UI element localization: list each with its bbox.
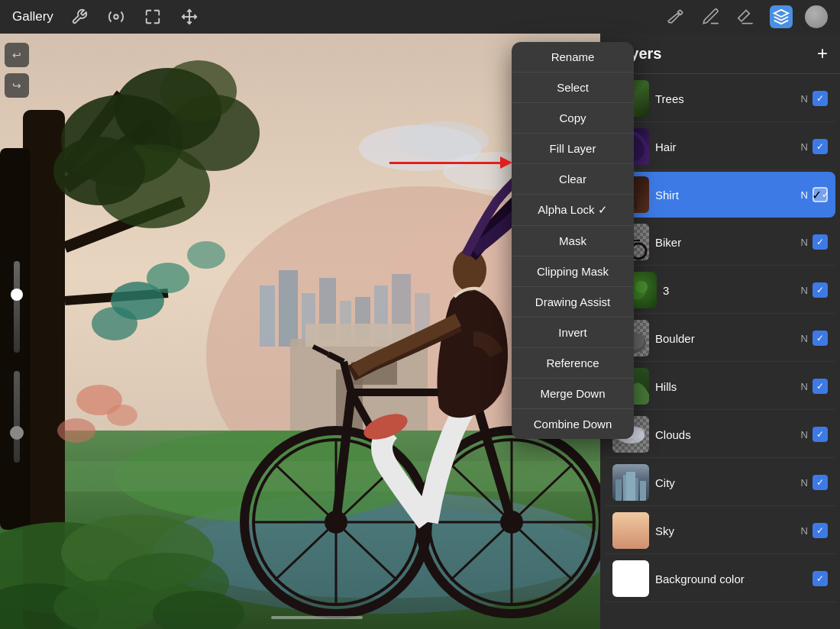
context-menu-item-rename[interactable]: Rename (512, 42, 634, 73)
layer-name-boulder: Boulder (655, 332, 795, 345)
layer-item-city[interactable]: City N (605, 460, 835, 506)
selection-icon[interactable] (142, 6, 163, 27)
layer-item-group3[interactable]: 3 N (605, 267, 835, 314)
layer-info-sky: Sky (655, 524, 795, 537)
layer-item-biker[interactable]: Biker N (605, 219, 835, 266)
layer-item-sky[interactable]: Sky N (605, 508, 835, 554)
layer-controls-background-color (813, 571, 828, 586)
svg-point-0 (114, 15, 118, 19)
layer-thumb-sky (612, 512, 649, 549)
context-menu-item-reference[interactable]: Reference (512, 348, 634, 379)
svg-rect-8 (279, 270, 298, 347)
layer-name-background-color: Background color (655, 573, 806, 585)
smudge-tool-button[interactable] (699, 5, 722, 28)
wrench-icon[interactable] (69, 6, 90, 27)
layer-item-boulder[interactable]: Boulder N (605, 315, 835, 362)
layer-controls-trees: N (801, 91, 828, 106)
layer-visibility-shirt[interactable]: ✓ (813, 187, 828, 202)
layers-panel-button[interactable] (770, 5, 793, 28)
size-slider[interactable] (14, 371, 20, 463)
layer-visibility-sky[interactable] (813, 523, 828, 538)
layer-visibility-clouds[interactable] (813, 427, 828, 442)
layer-item-clouds[interactable]: Clouds N (605, 411, 835, 458)
svg-point-43 (187, 241, 225, 269)
context-menu-item-alpha-lock[interactable]: Alpha Lock ✓ (512, 195, 634, 226)
layer-item-hills[interactable]: Hills N (605, 363, 835, 410)
gallery-button[interactable]: Gallery (12, 9, 53, 24)
layer-visibility-hills[interactable] (813, 379, 828, 394)
adjustments-icon[interactable] (105, 6, 127, 27)
side-tools-panel: ↩ ↪ (0, 34, 34, 629)
layer-controls-biker: N (801, 234, 828, 250)
layer-visibility-group3[interactable] (813, 282, 828, 298)
svg-point-42 (92, 307, 137, 340)
layer-visibility-city[interactable] (813, 475, 828, 490)
svg-point-38 (53, 137, 145, 205)
undo-button[interactable]: ↩ (5, 43, 29, 67)
size-thumb (10, 426, 24, 440)
svg-point-39 (160, 60, 237, 121)
layer-visibility-hair[interactable] (813, 139, 828, 154)
layer-mode-hills: N (801, 381, 808, 392)
toolbar-right (664, 5, 828, 28)
svg-marker-3 (774, 10, 788, 17)
layer-item-hair[interactable]: Hair N (605, 124, 835, 170)
eraser-tool-button[interactable] (735, 5, 758, 28)
layer-info-hair: Hair (655, 140, 795, 153)
layer-visibility-background-color[interactable] (813, 571, 828, 586)
context-menu-item-copy[interactable]: Copy (512, 103, 634, 134)
canvas-area (0, 34, 600, 629)
layer-info-clouds: Clouds (655, 428, 795, 441)
layer-name-group3: 3 (663, 284, 795, 297)
layer-mode-hair: N (801, 141, 808, 153)
canvas-background (0, 34, 600, 629)
context-menu-item-fill-layer[interactable]: Fill Layer (512, 134, 634, 164)
layer-item-shirt[interactable]: Shirt N ✓ (605, 172, 835, 218)
layer-name-biker: Biker (655, 236, 795, 249)
svg-rect-92 (640, 481, 646, 501)
layer-controls-shirt: N ✓ (801, 187, 828, 202)
svg-point-41 (147, 263, 189, 293)
layer-visibility-biker[interactable] (813, 234, 828, 250)
svg-point-83 (635, 281, 648, 293)
context-menu-item-clear[interactable]: Clear (512, 164, 634, 195)
layer-info-shirt: Shirt (655, 189, 795, 202)
home-indicator (271, 616, 363, 619)
layer-item-trees[interactable]: Trees N (605, 76, 835, 122)
layers-header: Layers + (600, 34, 840, 74)
layer-mode-clouds: N (801, 429, 808, 440)
transform-icon[interactable] (179, 6, 200, 27)
context-menu-item-merge-down[interactable]: Merge Down (512, 379, 634, 409)
layer-name-trees: Trees (655, 92, 795, 105)
illustration (0, 34, 600, 629)
layer-mode-trees: N (801, 93, 808, 105)
bottom-bar (34, 606, 600, 629)
layer-thumb-city (612, 464, 649, 501)
add-layer-button[interactable]: + (817, 44, 828, 63)
context-menu-item-invert[interactable]: Invert (512, 318, 634, 348)
layer-name-shirt: Shirt (655, 189, 795, 202)
layer-controls-hair: N (801, 139, 828, 154)
context-menu-item-mask[interactable]: Mask (512, 226, 634, 256)
layers-list: Trees N Hair N S (600, 74, 840, 629)
layer-visibility-trees[interactable] (813, 91, 828, 106)
redo-button[interactable]: ↪ (5, 73, 29, 98)
layer-info-city: City (655, 476, 795, 489)
context-menu-item-select[interactable]: Select (512, 73, 634, 103)
context-menu-item-combine-down[interactable]: Combine Down (512, 409, 634, 439)
arrow-line (389, 162, 500, 164)
brush-tool-button[interactable] (664, 5, 687, 28)
layer-visibility-boulder[interactable] (813, 331, 828, 346)
opacity-slider[interactable] (14, 261, 20, 353)
context-menu-item-clipping-mask[interactable]: Clipping Mask (512, 256, 634, 287)
layer-item-background-color[interactable]: Background color (605, 556, 835, 602)
layer-controls-hills: N (801, 379, 828, 394)
svg-rect-7 (260, 285, 275, 347)
context-menu-item-drawing-assist[interactable]: Drawing Assist (512, 287, 634, 318)
avatar[interactable] (805, 5, 828, 28)
svg-rect-94 (612, 512, 649, 549)
layer-controls-clouds: N (801, 427, 828, 442)
opacity-thumb (11, 289, 23, 301)
layer-controls-group3: N (801, 282, 828, 298)
layer-mode-biker: N (801, 237, 808, 248)
